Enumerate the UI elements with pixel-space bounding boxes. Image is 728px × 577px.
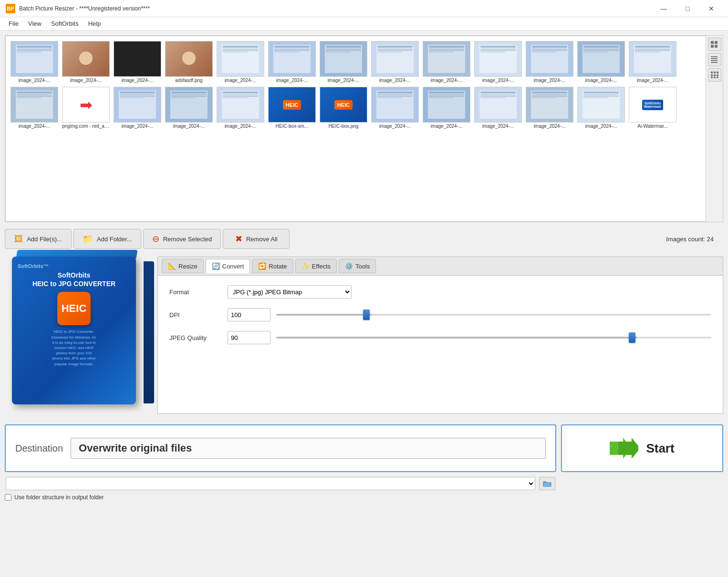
jpeg-quality-input[interactable] <box>228 331 270 344</box>
window-title: Batch Picture Resizer - ****Unregistered… <box>19 5 653 12</box>
menu-view[interactable]: View <box>23 18 46 29</box>
format-select[interactable]: JPG (*.jpg) JPEG BitmapPNG (*.png) Porta… <box>228 285 352 299</box>
gallery-item[interactable]: HEICHEIC-box-sm... <box>268 87 316 129</box>
folder-structure-checkbox[interactable] <box>5 494 11 501</box>
gallery-item[interactable]: image_2024-... <box>474 41 522 83</box>
settings-panel: 📐 Resize 🔄 Convert 🔁 Rotate ✨ Effects ⚙️ <box>157 257 723 414</box>
gallery-item[interactable]: image_2024-... <box>320 41 367 83</box>
gallery-item[interactable]: image_2024-... <box>577 41 625 83</box>
gallery-item[interactable]: image_2024-... <box>577 87 625 129</box>
destination-browse-button[interactable] <box>539 477 555 490</box>
gallery-wrapper: image_2024-...image_2024-...image_2024-.… <box>5 35 723 222</box>
gallery-item[interactable]: image_2024-... <box>268 41 316 83</box>
image-gallery[interactable]: image_2024-...image_2024-...image_2024-.… <box>5 36 723 222</box>
gallery-item[interactable]: image_2024-... <box>114 41 161 83</box>
images-count: Images count: 24 <box>666 236 723 243</box>
gallery-item[interactable]: image_2024-... <box>526 41 573 83</box>
tab-convert[interactable]: 🔄 Convert <box>206 259 250 273</box>
remove-selected-label: Remove Selected <box>163 236 212 243</box>
dpi-label: DPI <box>169 311 222 319</box>
svg-rect-2 <box>711 45 714 48</box>
tab-effects-label: Effects <box>312 263 331 270</box>
gallery-item[interactable]: image_2024-... <box>62 41 110 83</box>
gallery-item[interactable]: image_2024-... <box>114 87 161 129</box>
gallery-item-label: pngimg.com - red_arrow_PN... <box>62 124 110 129</box>
svg-rect-17 <box>544 483 551 486</box>
menu-file[interactable]: File <box>4 18 23 29</box>
gallery-item[interactable]: image_2024-... <box>526 87 573 129</box>
gallery-item-label: image_2024-... <box>637 78 669 83</box>
main-toolbar: 🖼 Add File(s)... 📁 Add Folder... ⊖ Remov… <box>5 227 723 251</box>
svg-rect-4 <box>711 56 718 57</box>
gallery-item[interactable]: image_2024-... <box>10 87 58 129</box>
gallery-item[interactable]: SoftOrbitsWatermarkAi-Watermar... <box>629 87 676 129</box>
title-bar: BP Batch Picture Resizer - ****Unregiste… <box>0 0 728 17</box>
gallery-item[interactable]: image_2024-... <box>423 41 470 83</box>
gallery-item[interactable]: adsfasdf.png <box>165 41 213 83</box>
gallery-item[interactable]: image_2024-... <box>217 41 264 83</box>
dpi-slider-fill <box>276 314 372 316</box>
effects-tab-icon: ✨ <box>302 262 310 270</box>
tab-tools[interactable]: ⚙️ Tools <box>339 259 376 273</box>
tab-convert-label: Convert <box>222 263 244 270</box>
gallery-item-label: image_2024-... <box>431 124 463 129</box>
destination-path-select[interactable] <box>6 477 535 490</box>
add-files-button[interactable]: 🖼 Add File(s)... <box>5 229 72 249</box>
folder-structure-row: Use folder structure in output folder <box>5 492 556 503</box>
format-label: Format <box>169 288 222 296</box>
remove-selected-button[interactable]: ⊖ Remove Selected <box>143 229 221 249</box>
gallery-item[interactable]: image_2024-... <box>217 87 264 129</box>
gallery-item[interactable]: image_2024-... <box>629 41 676 83</box>
tab-effects[interactable]: ✨ Effects <box>295 259 337 273</box>
gallery-item[interactable]: image_2024-... <box>10 41 58 83</box>
gallery-item-label: Ai-Watermar... <box>637 124 668 129</box>
maximize-button[interactable]: □ <box>676 1 698 16</box>
svg-rect-7 <box>711 62 718 63</box>
tab-resize[interactable]: 📐 Resize <box>162 259 204 273</box>
gallery-item[interactable]: image_2024-... <box>371 87 419 129</box>
gallery-item-label: image_2024-... <box>585 124 617 129</box>
jpeg-quality-slider-container <box>276 333 711 342</box>
jpeg-quality-field-row: JPEG Quality <box>169 331 711 344</box>
gallery-item[interactable]: image_2024-... <box>371 41 419 83</box>
gallery-item[interactable]: image_2024-... <box>423 87 470 129</box>
grid-view-button[interactable] <box>708 68 721 82</box>
jpeg-quality-slider-thumb[interactable] <box>629 332 635 343</box>
product-box: SoftOrbits™ SoftOrbits HEIC to JPG CONVE… <box>12 257 146 414</box>
list-view-button[interactable] <box>708 53 721 66</box>
gallery-item-label: image_2024-... <box>534 78 566 83</box>
menu-softorbits[interactable]: SoftOrbits <box>46 18 83 29</box>
gallery-item[interactable]: ➡pngimg.com - red_arrow_PN... <box>62 87 110 129</box>
minimize-button[interactable]: — <box>653 1 675 16</box>
svg-rect-12 <box>714 74 716 76</box>
gallery-item[interactable]: image_2024-... <box>165 87 213 129</box>
gallery-item[interactable]: image_2024-... <box>474 87 522 129</box>
gallery-item-label: image_2024-... <box>379 124 411 129</box>
dpi-input[interactable] <box>228 308 270 321</box>
add-folder-label: Add Folder... <box>97 236 132 243</box>
gallery-item-label: image_2024-... <box>431 78 463 83</box>
gallery-item-label: image_2024-... <box>482 124 514 129</box>
tab-rotate[interactable]: 🔁 Rotate <box>252 259 293 273</box>
destination-value: Overwrite original files <box>71 438 546 459</box>
bottom-panel: SoftOrbits™ SoftOrbits HEIC to JPG CONVE… <box>5 257 723 414</box>
window-controls: — □ ✕ <box>653 1 722 16</box>
gallery-item[interactable]: HEICHEIC-box.png <box>320 87 367 129</box>
tabs-row: 📐 Resize 🔄 Convert 🔁 Rotate ✨ Effects ⚙️ <box>157 257 723 275</box>
add-folder-button[interactable]: 📁 Add Folder... <box>73 229 141 249</box>
folder-structure-label: Use folder structure in output folder <box>14 494 104 501</box>
large-thumbnail-view-button[interactable] <box>708 38 721 51</box>
dpi-slider-thumb[interactable] <box>363 309 370 320</box>
format-field-row: Format JPG (*.jpg) JPEG BitmapPNG (*.png… <box>169 285 711 299</box>
start-button[interactable]: Start <box>561 424 723 472</box>
menu-help[interactable]: Help <box>83 18 106 29</box>
svg-rect-5 <box>711 58 718 59</box>
close-button[interactable]: ✕ <box>700 1 722 16</box>
gallery-item-label: adsfasdf.png <box>175 78 202 83</box>
remove-all-button[interactable]: ✖ Remove All <box>223 229 290 249</box>
gallery-item-label: HEIC-box.png <box>329 124 359 129</box>
gallery-item-label: image_2024-... <box>122 124 154 129</box>
jpeg-quality-label: JPEG Quality <box>169 334 222 341</box>
svg-rect-3 <box>715 45 718 48</box>
browse-folder-icon <box>543 480 551 487</box>
